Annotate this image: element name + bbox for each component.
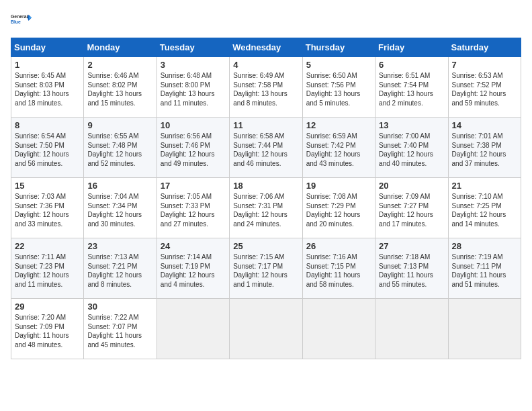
calendar-cell: 20Sunrise: 7:09 AM Sunset: 7:27 PM Dayli… <box>375 178 448 238</box>
day-info: Sunrise: 7:03 AM Sunset: 7:36 PM Dayligh… <box>15 192 80 228</box>
header-monday: Monday <box>84 38 157 57</box>
day-number: 19 <box>306 181 371 191</box>
day-number: 2 <box>87 60 152 70</box>
calendar-cell: 26Sunrise: 7:16 AM Sunset: 7:15 PM Dayli… <box>302 238 375 299</box>
calendar-cell: 16Sunrise: 7:04 AM Sunset: 7:34 PM Dayli… <box>84 178 157 238</box>
day-info: Sunrise: 7:05 AM Sunset: 7:33 PM Dayligh… <box>161 192 226 228</box>
calendar-cell <box>157 299 229 359</box>
calendar-cell: 11Sunrise: 6:58 AM Sunset: 7:44 PM Dayli… <box>230 118 302 178</box>
day-info: Sunrise: 7:11 AM Sunset: 7:23 PM Dayligh… <box>15 253 80 289</box>
calendar-header-row: SundayMondayTuesdayWednesdayThursdayFrid… <box>11 38 521 57</box>
day-info: Sunrise: 7:16 AM Sunset: 7:15 PM Dayligh… <box>306 253 371 289</box>
day-info: Sunrise: 6:46 AM Sunset: 8:02 PM Dayligh… <box>87 71 152 107</box>
day-info: Sunrise: 6:56 AM Sunset: 7:46 PM Dayligh… <box>161 132 226 168</box>
calendar-cell: 21Sunrise: 7:10 AM Sunset: 7:25 PM Dayli… <box>448 178 521 238</box>
calendar-cell: 15Sunrise: 7:03 AM Sunset: 7:36 PM Dayli… <box>11 178 84 238</box>
day-number: 22 <box>15 241 80 251</box>
calendar-cell <box>375 299 448 359</box>
day-number: 29 <box>15 302 80 312</box>
day-number: 28 <box>452 241 517 251</box>
day-number: 4 <box>233 60 298 70</box>
calendar-cell: 22Sunrise: 7:11 AM Sunset: 7:23 PM Dayli… <box>11 238 84 299</box>
day-info: Sunrise: 7:09 AM Sunset: 7:27 PM Dayligh… <box>379 192 444 228</box>
day-info: Sunrise: 6:49 AM Sunset: 7:58 PM Dayligh… <box>233 71 298 107</box>
calendar-cell: 25Sunrise: 7:15 AM Sunset: 7:17 PM Dayli… <box>230 238 302 299</box>
day-info: Sunrise: 7:14 AM Sunset: 7:19 PM Dayligh… <box>161 253 226 289</box>
logo-icon: General Blue <box>11 11 32 30</box>
day-info: Sunrise: 6:50 AM Sunset: 7:56 PM Dayligh… <box>306 71 371 107</box>
day-number: 26 <box>306 241 371 251</box>
calendar-cell: 23Sunrise: 7:13 AM Sunset: 7:21 PM Dayli… <box>84 238 157 299</box>
day-number: 9 <box>87 120 152 130</box>
day-number: 7 <box>452 60 517 70</box>
day-info: Sunrise: 7:00 AM Sunset: 7:40 PM Dayligh… <box>379 132 444 168</box>
day-info: Sunrise: 7:22 AM Sunset: 7:07 PM Dayligh… <box>87 313 152 349</box>
calendar-cell: 30Sunrise: 7:22 AM Sunset: 7:07 PM Dayli… <box>84 299 157 359</box>
day-number: 24 <box>161 241 226 251</box>
calendar-cell: 12Sunrise: 6:59 AM Sunset: 7:42 PM Dayli… <box>302 118 375 178</box>
day-info: Sunrise: 7:04 AM Sunset: 7:34 PM Dayligh… <box>87 192 152 228</box>
day-info: Sunrise: 7:01 AM Sunset: 7:38 PM Dayligh… <box>452 132 517 168</box>
day-number: 3 <box>161 60 226 70</box>
calendar-cell: 7Sunrise: 6:53 AM Sunset: 7:52 PM Daylig… <box>448 57 521 118</box>
day-info: Sunrise: 6:45 AM Sunset: 8:03 PM Dayligh… <box>15 71 80 107</box>
day-info: Sunrise: 7:08 AM Sunset: 7:29 PM Dayligh… <box>306 192 371 228</box>
calendar-cell <box>448 299 521 359</box>
day-info: Sunrise: 7:18 AM Sunset: 7:13 PM Dayligh… <box>379 253 444 289</box>
header-friday: Friday <box>375 38 448 57</box>
day-number: 27 <box>379 241 444 251</box>
day-info: Sunrise: 6:55 AM Sunset: 7:48 PM Dayligh… <box>87 132 152 168</box>
day-info: Sunrise: 7:13 AM Sunset: 7:21 PM Dayligh… <box>87 253 152 289</box>
day-info: Sunrise: 7:20 AM Sunset: 7:09 PM Dayligh… <box>15 313 80 349</box>
calendar-cell: 29Sunrise: 7:20 AM Sunset: 7:09 PM Dayli… <box>11 299 84 359</box>
day-info: Sunrise: 6:59 AM Sunset: 7:42 PM Dayligh… <box>306 132 371 168</box>
day-info: Sunrise: 6:58 AM Sunset: 7:44 PM Dayligh… <box>233 132 298 168</box>
day-number: 12 <box>306 120 371 130</box>
day-number: 21 <box>452 181 517 191</box>
calendar-cell: 6Sunrise: 6:51 AM Sunset: 7:54 PM Daylig… <box>375 57 448 118</box>
page-header: General Blue <box>11 11 521 30</box>
svg-text:Blue: Blue <box>11 19 21 24</box>
day-number: 18 <box>233 181 298 191</box>
calendar-cell: 14Sunrise: 7:01 AM Sunset: 7:38 PM Dayli… <box>448 118 521 178</box>
header-thursday: Thursday <box>302 38 375 57</box>
calendar-cell: 24Sunrise: 7:14 AM Sunset: 7:19 PM Dayli… <box>157 238 229 299</box>
calendar-week-row: 15Sunrise: 7:03 AM Sunset: 7:36 PM Dayli… <box>11 178 521 238</box>
day-info: Sunrise: 7:10 AM Sunset: 7:25 PM Dayligh… <box>452 192 517 228</box>
calendar-week-row: 22Sunrise: 7:11 AM Sunset: 7:23 PM Dayli… <box>11 238 521 299</box>
calendar-cell: 10Sunrise: 6:56 AM Sunset: 7:46 PM Dayli… <box>157 118 229 178</box>
day-number: 23 <box>87 241 152 251</box>
calendar-cell: 2Sunrise: 6:46 AM Sunset: 8:02 PM Daylig… <box>84 57 157 118</box>
calendar-week-row: 1Sunrise: 6:45 AM Sunset: 8:03 PM Daylig… <box>11 57 521 118</box>
day-number: 25 <box>233 241 298 251</box>
day-info: Sunrise: 6:53 AM Sunset: 7:52 PM Dayligh… <box>452 71 517 107</box>
header-saturday: Saturday <box>448 38 521 57</box>
day-info: Sunrise: 6:48 AM Sunset: 8:00 PM Dayligh… <box>161 71 226 107</box>
calendar-table: SundayMondayTuesdayWednesdayThursdayFrid… <box>11 38 521 359</box>
calendar-cell: 27Sunrise: 7:18 AM Sunset: 7:13 PM Dayli… <box>375 238 448 299</box>
calendar-cell <box>302 299 375 359</box>
day-info: Sunrise: 7:06 AM Sunset: 7:31 PM Dayligh… <box>233 192 298 228</box>
calendar-cell: 13Sunrise: 7:00 AM Sunset: 7:40 PM Dayli… <box>375 118 448 178</box>
header-wednesday: Wednesday <box>230 38 302 57</box>
header-sunday: Sunday <box>11 38 84 57</box>
day-number: 1 <box>15 60 80 70</box>
day-info: Sunrise: 6:54 AM Sunset: 7:50 PM Dayligh… <box>15 132 80 168</box>
calendar-week-row: 29Sunrise: 7:20 AM Sunset: 7:09 PM Dayli… <box>11 299 521 359</box>
calendar-cell: 3Sunrise: 6:48 AM Sunset: 8:00 PM Daylig… <box>157 57 229 118</box>
calendar-cell: 28Sunrise: 7:19 AM Sunset: 7:11 PM Dayli… <box>448 238 521 299</box>
calendar-cell: 1Sunrise: 6:45 AM Sunset: 8:03 PM Daylig… <box>11 57 84 118</box>
day-number: 6 <box>379 60 444 70</box>
calendar-week-row: 8Sunrise: 6:54 AM Sunset: 7:50 PM Daylig… <box>11 118 521 178</box>
day-number: 10 <box>161 120 226 130</box>
day-info: Sunrise: 7:15 AM Sunset: 7:17 PM Dayligh… <box>233 253 298 289</box>
day-number: 13 <box>379 120 444 130</box>
calendar-cell <box>230 299 302 359</box>
day-info: Sunrise: 6:51 AM Sunset: 7:54 PM Dayligh… <box>379 71 444 107</box>
day-number: 20 <box>379 181 444 191</box>
day-number: 11 <box>233 120 298 130</box>
calendar-cell: 18Sunrise: 7:06 AM Sunset: 7:31 PM Dayli… <box>230 178 302 238</box>
svg-text:General: General <box>11 14 28 19</box>
day-info: Sunrise: 7:19 AM Sunset: 7:11 PM Dayligh… <box>452 253 517 289</box>
calendar-cell: 4Sunrise: 6:49 AM Sunset: 7:58 PM Daylig… <box>230 57 302 118</box>
